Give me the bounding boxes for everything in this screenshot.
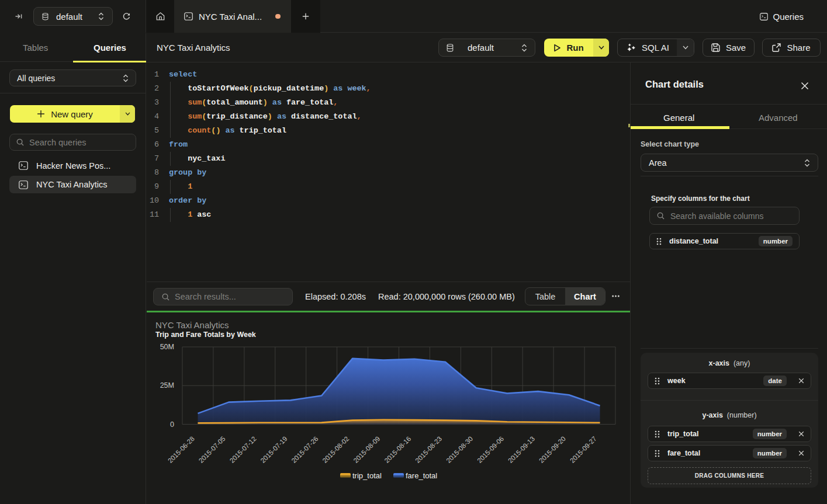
svg-text:2015-08-23: 2015-08-23: [414, 435, 443, 464]
svg-text:2015-09-27: 2015-09-27: [569, 435, 598, 464]
svg-text:2015-07-26: 2015-07-26: [290, 435, 320, 464]
svg-text:fare_total: fare_total: [406, 471, 437, 480]
svg-text:2015-09-20: 2015-09-20: [538, 435, 567, 464]
svg-text:2015-07-05: 2015-07-05: [198, 435, 227, 464]
svg-text:2015-08-16: 2015-08-16: [383, 435, 412, 464]
svg-text:50M: 50M: [160, 343, 174, 351]
svg-text:0: 0: [170, 420, 174, 429]
svg-text:2015-08-09: 2015-08-09: [352, 435, 381, 464]
svg-text:2015-09-13: 2015-09-13: [507, 435, 536, 464]
svg-text:2015-07-12: 2015-07-12: [229, 435, 258, 464]
svg-text:2015-08-02: 2015-08-02: [321, 435, 350, 464]
svg-text:2015-06-28: 2015-06-28: [167, 435, 196, 464]
svg-text:trip_total: trip_total: [352, 471, 382, 480]
svg-text:2015-07-19: 2015-07-19: [259, 435, 289, 464]
svg-text:25M: 25M: [160, 381, 174, 390]
svg-text:2015-09-06: 2015-09-06: [476, 435, 505, 464]
svg-text:2015-08-30: 2015-08-30: [445, 435, 474, 464]
